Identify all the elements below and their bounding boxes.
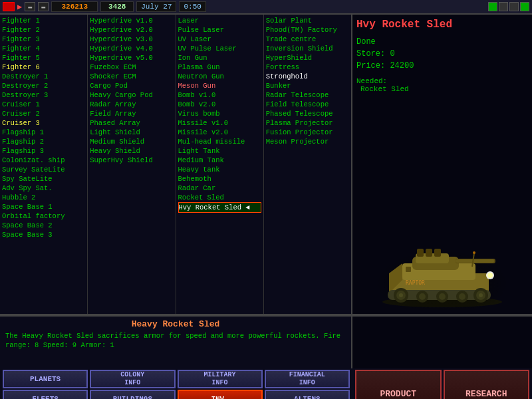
list-item[interactable]: Radar Telescope [266,90,349,100]
equipment-column: Hyperdrive v1.0Hyperdrive v2.0Hyperdrive… [88,15,176,314]
list-item[interactable]: Fighter 4 [2,44,85,53]
expand-arrow[interactable]: ▶ [17,2,22,12]
list-item[interactable]: Orbital factory [2,211,85,221]
list-item[interactable]: Hyperdrive v2.0 [90,25,173,35]
svg-rect-11 [434,249,441,257]
list-item[interactable]: Rocket Sled [178,193,261,202]
colony-info-btn[interactable]: COLONY INFO [90,370,175,388]
list-item[interactable]: Fortress [266,63,349,72]
list-item[interactable]: UV Pulse Laser [178,44,261,53]
list-item[interactable]: SuperHvy Shield [90,156,173,165]
list-item[interactable]: Light Tank [178,146,261,156]
list-item[interactable]: Light Shield [90,128,173,137]
list-item[interactable]: Pulse Laser [178,25,261,35]
list-item[interactable]: Colonizat. ship [2,156,85,165]
list-item[interactable]: Fuzebox ECM [90,63,173,72]
list-item[interactable]: Missile v1.0 [178,118,261,128]
list-item[interactable]: Meson Projector [266,137,349,146]
product-btn[interactable]: PRODUCT [355,370,442,399]
list-item[interactable]: Mul-head missile [178,137,261,146]
list-item[interactable]: Medium Shield [90,137,173,146]
list-item[interactable]: Field Array [90,109,173,118]
list-item[interactable]: Laser [178,16,261,25]
list-item[interactable]: Radar Array [90,100,173,109]
list-item[interactable]: Field Telescope [266,100,349,109]
list-item[interactable]: UV Laser [178,35,261,44]
list-item[interactable]: Bomb v1.0 [178,90,261,100]
list-item[interactable]: Phased Telescope [266,109,349,118]
list-item[interactable]: Cruiser 2 [2,109,85,118]
list-item[interactable]: Neutron Gun [178,72,261,81]
minimize-btn[interactable]: ▬ [25,2,35,11]
list-item[interactable]: Behemoth [178,174,261,184]
list-item[interactable]: Solar Plant [266,16,349,25]
nav-buttons-left: PLANETS COLONY INFO MILITARY INFO FINANC… [0,367,352,399]
indicator-1 [488,2,497,11]
list-item[interactable]: Destroyer 1 [2,72,85,81]
desc-row: Heavy Rocket Sled The Heavy Rocket Sled … [0,314,532,367]
menu-button[interactable] [3,2,15,11]
list-item[interactable]: Bunker [266,81,349,90]
list-item[interactable]: Hubble 2 [2,193,85,202]
list-item[interactable]: Hyperdrive v3.0 [90,35,173,44]
list-item[interactable]: Destroyer 3 [2,90,85,100]
list-item[interactable]: Stronghold [266,72,349,81]
list-item[interactable]: Adv Spy Sat. [2,184,85,193]
list-item[interactable]: Fighter 1 [2,16,85,25]
list-item[interactable]: Radar Car [178,184,261,193]
list-item[interactable]: Fusion Projector [266,128,349,137]
nav-row-2: FLEETS BUILDINGS INV. ALIENS [3,390,350,399]
research-btn[interactable]: RESEARCH [444,370,530,399]
list-item[interactable]: Hvy Rocket Sled ◄ [178,202,261,213]
aliens-btn[interactable]: ALIENS [265,390,350,399]
list-item[interactable]: Flagship 3 [2,146,85,156]
list-item[interactable]: Virus bomb [178,109,261,118]
list-item[interactable]: Fighter 6 [2,63,85,72]
list-item[interactable]: Survey SateLite [2,165,85,174]
fleets-btn[interactable]: FLEETS [3,390,88,399]
list-item[interactable]: Medium Tank [178,156,261,165]
desc-text: The Heavy Rocket Sled sacrifices armor f… [5,331,346,350]
list-item[interactable]: Heavy tank [178,165,261,174]
list-item[interactable]: Space Base 1 [2,202,85,211]
list-item[interactable]: Heavy Shield [90,146,173,156]
list-item[interactable]: Ion Gun [178,53,261,63]
planets-btn[interactable]: PLANETS [3,370,88,388]
list-item[interactable]: Destroyer 2 [2,81,85,90]
vehicle-info-right [352,315,532,368]
list-item[interactable]: Meson Gun [178,81,261,90]
list-item[interactable]: Plasma Gun [178,63,261,72]
list-item[interactable]: Hyperdrive v4.0 [90,44,173,53]
list-item[interactable]: Shocker ECM [90,72,173,81]
list-item[interactable]: Missile v2.0 [178,128,261,137]
list-item[interactable]: Heavy Cargo Pod [90,90,173,100]
list-item[interactable]: Hyperdrive v1.0 [90,16,173,25]
list-item[interactable]: Flagship 1 [2,128,85,137]
time-display: 0:50 [179,1,205,12]
indicator-2 [499,2,508,11]
list-item[interactable]: Cargo Pod [90,81,173,90]
list-item[interactable]: Cruiser 3 [2,118,85,128]
list-item[interactable]: Bomb v2.0 [178,100,261,109]
list-item[interactable]: HyperShield [266,53,349,63]
financial-info-btn[interactable]: FINANCIAL INFO [265,370,350,388]
minimize-btn2[interactable]: ▬ [38,2,49,11]
military-info-btn[interactable]: MILITARY INFO [178,370,263,388]
list-item[interactable]: Spy SateLite [2,174,85,184]
list-item[interactable]: Space Base 3 [2,230,85,239]
list-item[interactable]: Trade centre [266,35,349,44]
list-item[interactable]: Space Base 2 [2,221,85,230]
list-item[interactable]: Phased Array [90,118,173,128]
list-item[interactable]: Fighter 3 [2,35,85,44]
list-item[interactable]: Flagship 2 [2,137,85,146]
list-item[interactable]: Hyperdrive v5.0 [90,53,173,63]
svg-point-21 [459,293,466,300]
list-item[interactable]: Phood(TM) Factory [266,25,349,35]
list-item[interactable]: Plasma Projector [266,118,349,128]
list-item[interactable]: Cruiser 1 [2,100,85,109]
list-item[interactable]: Fighter 5 [2,53,85,63]
buildings-btn[interactable]: BUILDINGS [90,390,175,399]
list-item[interactable]: Fighter 2 [2,25,85,35]
list-item[interactable]: Inversion Shield [266,44,349,53]
inv-btn[interactable]: INV. [178,390,263,399]
